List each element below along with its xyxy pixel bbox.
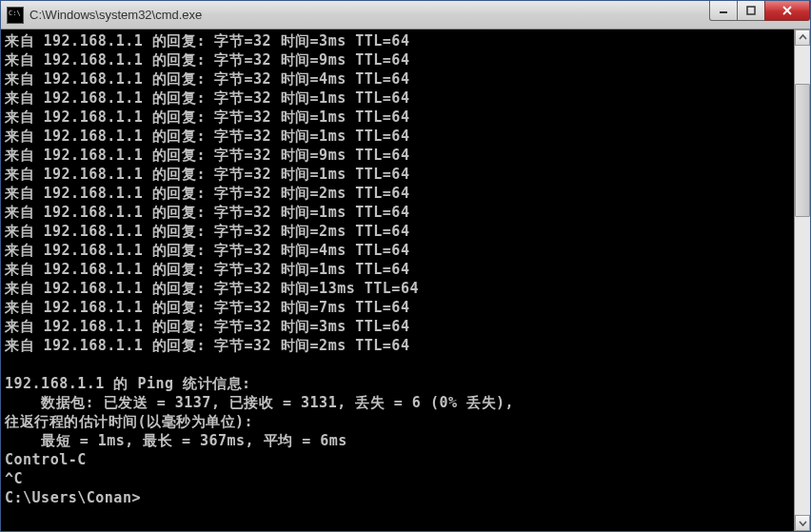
scroll-up-button[interactable] (795, 30, 810, 46)
scrollbar-thumb[interactable] (795, 84, 810, 217)
chevron-down-icon (799, 519, 807, 527)
maximize-button[interactable] (737, 1, 765, 21)
cmd-icon (7, 7, 24, 24)
close-button[interactable] (764, 1, 810, 21)
close-icon (781, 6, 793, 15)
maximize-icon (746, 6, 756, 15)
window-controls (710, 1, 810, 21)
scrollbar-track[interactable] (795, 46, 810, 515)
titlebar[interactable]: C:\Windows\system32\cmd.exe (1, 1, 810, 30)
cmd-window: C:\Windows\system32\cmd.exe 来自 192.168.1… (0, 0, 811, 532)
svg-rect-1 (747, 7, 755, 14)
svg-rect-0 (720, 11, 727, 13)
console-output[interactable]: 来自 192.168.1.1 的回复: 字节=32 时间=3ms TTL=64 … (1, 30, 794, 531)
vertical-scrollbar[interactable] (794, 30, 810, 531)
minimize-button[interactable] (709, 1, 738, 21)
minimize-icon (719, 6, 728, 15)
chevron-up-icon (799, 33, 807, 42)
console-area: 来自 192.168.1.1 的回复: 字节=32 时间=3ms TTL=64 … (1, 30, 810, 531)
window-title: C:\Windows\system32\cmd.exe (30, 8, 710, 22)
scroll-down-button[interactable] (795, 515, 810, 531)
